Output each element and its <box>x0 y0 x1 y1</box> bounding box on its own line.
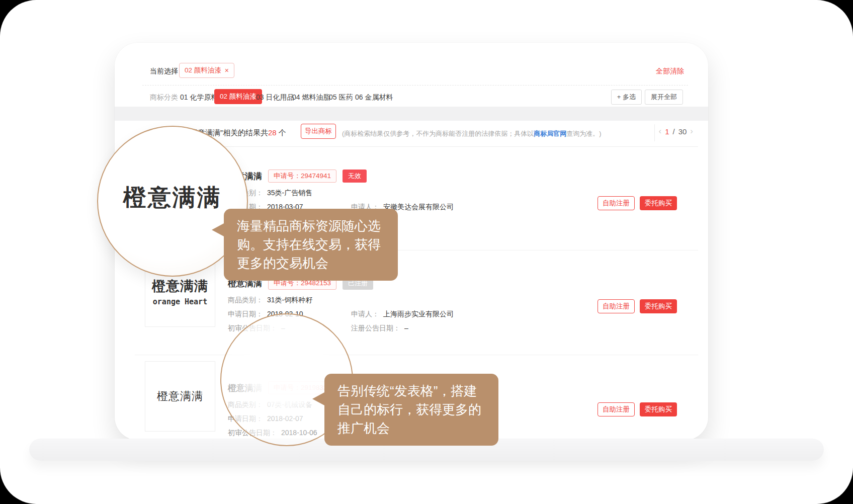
tooltip-line: 购。支持在线交易，获得 <box>237 235 385 254</box>
result-title-row: 橙意满满 申请号：29474941 无效 <box>228 170 367 183</box>
expand-all-button[interactable]: 展开全部 <box>645 90 683 105</box>
results-disclaimer: (商标检索结果仅供参考，不作为商标能否注册的法律依据；具体以商标局官网查询为准。… <box>342 129 602 138</box>
category-tab-06[interactable]: 06 金属材料 <box>355 93 393 102</box>
category-tab-05[interactable]: 05 医药 <box>329 93 353 102</box>
multi-select-button[interactable]: + 多选 <box>611 90 642 105</box>
clear-all-button[interactable]: 全部清除 <box>656 67 684 76</box>
close-icon[interactable]: × <box>225 66 229 74</box>
self-register-button[interactable]: 自助注册 <box>598 299 635 313</box>
tooltip-marketplace: 海量精品商标资源随心选 购。支持在线交易，获得 更多的交易机会 <box>224 209 398 281</box>
tooltip-line: 自己的标行，获得更多的 <box>337 400 485 419</box>
dashed-divider <box>142 85 688 86</box>
tooltip-line: 海量精品商标资源随心选 <box>237 217 385 235</box>
chevron-left-icon[interactable]: ‹ <box>658 126 661 136</box>
status-badge: 无效 <box>343 170 367 183</box>
selected-filter-tag-label: 02 颜料油漆 <box>185 66 221 75</box>
application-number-pill: 申请号：29474941 <box>268 170 336 183</box>
self-register-button[interactable]: 自助注册 <box>598 402 635 416</box>
reg-notice-field: 注册公告日期：– <box>351 324 408 333</box>
section-gap-band <box>115 107 708 121</box>
row-divider <box>135 355 698 355</box>
selected-filter-tag[interactable]: 02 颜料油漆 × <box>179 63 234 78</box>
chevron-right-icon[interactable]: › <box>690 126 693 136</box>
thumbnail-text: 橙意满满 <box>152 277 208 295</box>
category-tab-03[interactable]: 03 日化用品 <box>256 93 294 102</box>
category-tab-02-selected[interactable]: 02 颜料油漆 <box>214 89 262 104</box>
tooltip-line: 告别传统“发表格”，搭建 <box>337 382 485 400</box>
entrust-buy-button[interactable]: 委托购买 <box>640 402 677 416</box>
category-field: 商品类别：31类-饲料种籽 <box>228 296 312 305</box>
results-count: 28 <box>268 128 277 137</box>
thumbnail-subtext: orange Heart <box>153 297 207 306</box>
page-separator: / <box>672 127 674 136</box>
results-summary-suffix: 个 <box>277 128 286 137</box>
export-trademark-button[interactable]: 导出商标 <box>301 124 336 139</box>
disclaimer-suffix: 查询为准。) <box>566 130 601 137</box>
self-register-button[interactable]: 自助注册 <box>598 196 635 210</box>
page-canvas: 当前选择 02 颜料油漆 × 全部清除 商标分类 01 化学原料 02 颜料油漆… <box>0 0 853 504</box>
category-tab-04[interactable]: 04 燃料油脂 <box>292 93 330 102</box>
applicant-field: 申请人：上海雨步实业有限公司 <box>351 310 454 319</box>
page-current: 1 <box>665 127 669 136</box>
magnified-trademark-text: 橙意满满 <box>123 182 222 213</box>
pager-divider <box>654 124 655 141</box>
tooltip-line: 推广机会 <box>337 419 485 438</box>
entrust-buy-button[interactable]: 委托购买 <box>640 196 677 210</box>
category-row-label: 商标分类 <box>150 93 178 102</box>
disclaimer-text: (商标检索结果仅供参考，不作为商标能否注册的法律依据；具体以 <box>342 130 534 137</box>
trademark-office-link[interactable]: 商标局官网 <box>534 130 566 137</box>
trademark-thumbnail: 橙意满满 <box>145 361 215 432</box>
entrust-buy-button[interactable]: 委托购买 <box>640 299 677 313</box>
tooltip-promotion: 告别传统“发表格”，搭建 自己的标行，获得更多的 推广机会 <box>324 374 498 446</box>
category-tab-01[interactable]: 01 化学原料 <box>180 93 218 102</box>
tooltip-line: 更多的交易机会 <box>237 254 385 273</box>
pagination: ‹ 1 / 30 › <box>658 126 693 136</box>
current-selection-label: 当前选择 <box>150 67 178 76</box>
page-total: 30 <box>678 127 687 136</box>
thumbnail-text: 橙意满满 <box>157 389 203 404</box>
